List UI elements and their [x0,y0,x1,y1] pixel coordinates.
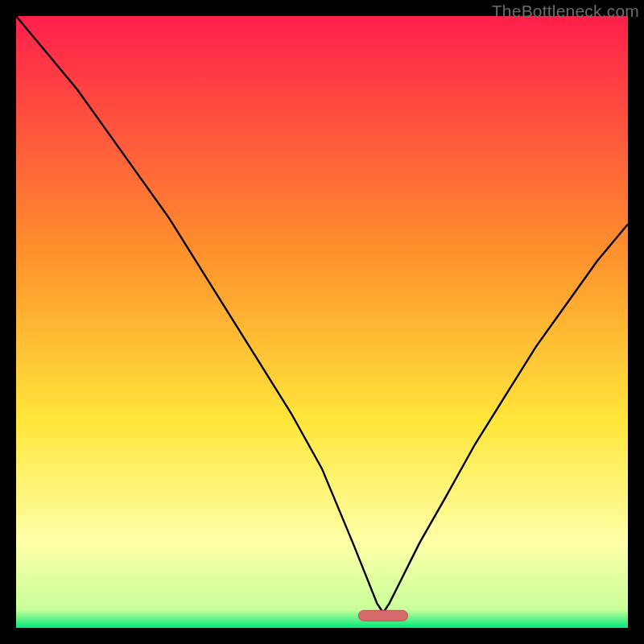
watermark-text: TheBottleneck.com [492,2,639,21]
plot-area [16,16,628,628]
curve-layer [16,16,628,628]
bottleneck-curve [16,16,628,613]
chart-frame [16,16,628,628]
minimum-marker [359,610,408,621]
